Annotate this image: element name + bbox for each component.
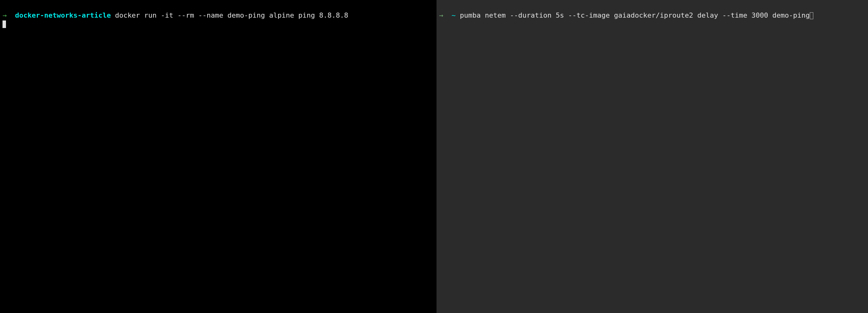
terminal-pane-right[interactable]: → ~ pumba netem --duration 5s --tc-image… bbox=[436, 0, 868, 313]
prompt-home-icon: ~ bbox=[452, 11, 456, 19]
command-text: docker run -it --rm --name demo-ping alp… bbox=[115, 11, 348, 19]
prompt-arrow-icon: → bbox=[439, 11, 443, 19]
prompt-arrow-icon: → bbox=[2, 11, 7, 19]
cursor-block bbox=[2, 21, 6, 28]
command-text: pumba netem --duration 5s --tc-image gai… bbox=[460, 11, 810, 19]
prompt-directory: docker-networks-article bbox=[15, 11, 111, 19]
cursor-outline bbox=[810, 12, 813, 19]
terminal-pane-left[interactable]: → docker-networks-article docker run -it… bbox=[0, 0, 436, 313]
